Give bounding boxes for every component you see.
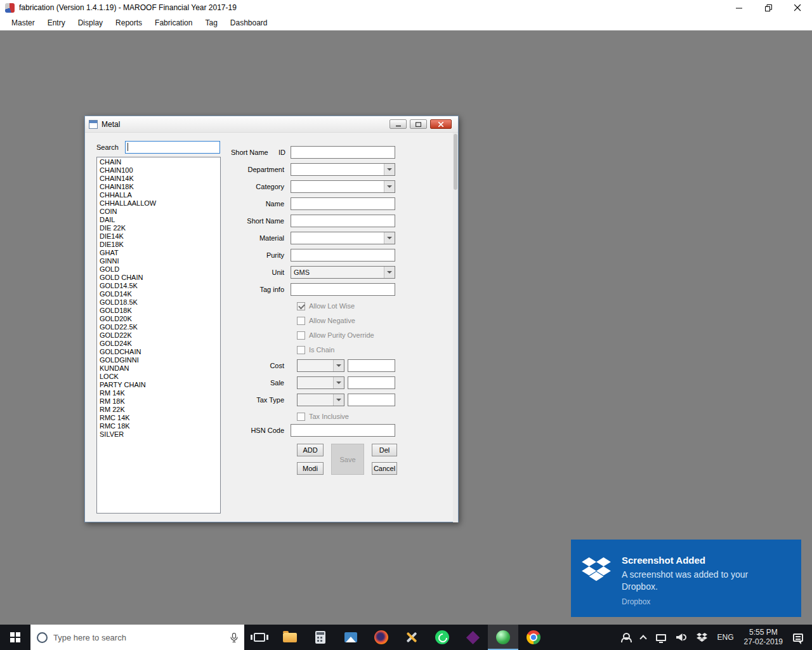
microphone-icon[interactable]: [230, 633, 238, 642]
list-item[interactable]: CHHALLAALLOW: [98, 199, 220, 208]
del-button[interactable]: Del: [372, 444, 397, 456]
list-item[interactable]: DIE14K: [98, 232, 220, 241]
department-dropdown[interactable]: [291, 163, 395, 176]
list-item[interactable]: DIE18K: [98, 241, 220, 249]
menu-item[interactable]: Master: [5, 17, 41, 29]
action-center-button[interactable]: [788, 625, 812, 650]
list-item[interactable]: LOCK: [98, 373, 220, 381]
taskbar-app-button[interactable]: [457, 625, 488, 650]
list-item[interactable]: RM 22K: [98, 406, 220, 414]
hsn-code-field[interactable]: [291, 424, 395, 437]
sale-type-dropdown[interactable]: [297, 376, 344, 389]
start-button[interactable]: [0, 625, 30, 650]
list-item[interactable]: GINNI: [98, 257, 220, 265]
dropbox-notification[interactable]: Screenshot Added A screenshot was added …: [571, 540, 801, 617]
list-item[interactable]: CHHALLA: [98, 191, 220, 199]
list-item[interactable]: PARTY CHAIN: [98, 381, 220, 389]
list-item[interactable]: KUNDAN: [98, 364, 220, 373]
minimize-button[interactable]: [724, 0, 754, 15]
tag-info-field[interactable]: [291, 283, 395, 296]
taskbar-app-button[interactable]: [427, 625, 457, 650]
modi-button[interactable]: Modi: [297, 462, 324, 475]
list-item[interactable]: GOLD CHAIN: [98, 274, 220, 282]
dialog-titlebar[interactable]: Metal: [85, 116, 458, 133]
cost-type-dropdown[interactable]: [297, 359, 344, 372]
taskbar-app-button[interactable]: [518, 625, 549, 650]
taskbar-app-button[interactable]: [275, 625, 305, 650]
tax-type-dropdown[interactable]: [297, 394, 344, 406]
purity-field[interactable]: [291, 249, 395, 262]
list-item[interactable]: GOLD18K: [98, 307, 220, 315]
tax-inclusive-checkbox[interactable]: [297, 413, 305, 421]
chevron-down-icon[interactable]: [384, 232, 395, 244]
list-item[interactable]: GOLD24K: [98, 340, 220, 348]
list-item[interactable]: CHAIN14K: [98, 175, 220, 183]
menu-item[interactable]: Display: [72, 17, 109, 29]
list-item[interactable]: GOLD: [98, 265, 220, 274]
checkbox[interactable]: [297, 317, 305, 325]
save-button[interactable]: Save: [331, 444, 364, 475]
list-item[interactable]: GOLD22K: [98, 331, 220, 340]
dialog-close-button[interactable]: [430, 119, 452, 129]
chevron-down-icon[interactable]: [333, 394, 344, 406]
taskbar-app-button[interactable]: [488, 625, 518, 650]
list-item[interactable]: RM 14K: [98, 389, 220, 397]
taskbar-app-button[interactable]: [305, 625, 336, 650]
taskbar-app-button[interactable]: [244, 625, 275, 650]
taskbar-app-button[interactable]: [396, 625, 427, 650]
list-item[interactable]: GOLD14K: [98, 290, 220, 298]
menu-item[interactable]: Entry: [41, 17, 72, 29]
list-item[interactable]: RMC 14K: [98, 414, 220, 422]
name-field[interactable]: [291, 197, 395, 210]
dialog-scrollbar[interactable]: [453, 133, 458, 522]
cost-field[interactable]: [348, 359, 395, 372]
list-item[interactable]: GOLD22.5K: [98, 323, 220, 331]
chevron-down-icon[interactable]: [384, 164, 395, 175]
scrollbar-thumb[interactable]: [454, 134, 457, 190]
taskbar-app-button[interactable]: [336, 625, 366, 650]
category-dropdown[interactable]: [291, 180, 395, 193]
chevron-down-icon[interactable]: [384, 267, 395, 278]
list-item[interactable]: SILVER: [98, 430, 220, 439]
list-item[interactable]: GOLD14.5K: [98, 282, 220, 290]
menu-item[interactable]: Reports: [109, 17, 148, 29]
chevron-down-icon[interactable]: [333, 360, 344, 371]
metal-list[interactable]: CHAIN CHAIN100 CHAIN14K CHAIN18K CHHALLA…: [96, 157, 221, 514]
list-item[interactable]: CHAIN100: [98, 166, 220, 175]
list-item[interactable]: GHAT: [98, 249, 220, 257]
chevron-down-icon[interactable]: [333, 377, 344, 388]
taskbar-search-input[interactable]: [53, 633, 225, 642]
list-item[interactable]: CHAIN: [98, 158, 220, 166]
checkbox[interactable]: [297, 346, 305, 354]
sale-field[interactable]: [348, 376, 395, 389]
restore-button[interactable]: [754, 0, 783, 15]
close-button[interactable]: [783, 0, 812, 15]
dropbox-tray-button[interactable]: [691, 625, 712, 650]
unit-dropdown[interactable]: GMS: [291, 266, 395, 279]
checkbox[interactable]: [297, 331, 305, 340]
menu-item[interactable]: Tag: [199, 17, 223, 29]
people-button[interactable]: [615, 625, 636, 650]
list-item[interactable]: COIN: [98, 208, 220, 216]
checkbox[interactable]: [297, 302, 305, 310]
tax-rate-field[interactable]: [348, 394, 395, 406]
short-name-field[interactable]: [291, 215, 395, 227]
list-item[interactable]: RM 18K: [98, 397, 220, 406]
id-field[interactable]: [291, 146, 395, 159]
dialog-maximize-button[interactable]: [410, 119, 427, 129]
list-item[interactable]: DIE 22K: [98, 224, 220, 232]
search-input[interactable]: [125, 141, 220, 154]
list-item[interactable]: GOLDGINNI: [98, 356, 220, 364]
list-item[interactable]: DAIL: [98, 216, 220, 224]
list-item[interactable]: GOLD18.5K: [98, 298, 220, 307]
list-item[interactable]: CHAIN18K: [98, 183, 220, 191]
menu-item[interactable]: Dashboard: [224, 17, 274, 29]
taskbar-app-button[interactable]: [366, 625, 396, 650]
show-hidden-icons-button[interactable]: [636, 625, 651, 650]
taskbar-search[interactable]: [30, 625, 244, 650]
menu-item[interactable]: Fabrication: [148, 17, 199, 29]
chevron-down-icon[interactable]: [384, 181, 395, 192]
language-indicator[interactable]: ENG: [712, 625, 739, 650]
material-dropdown[interactable]: [291, 232, 395, 244]
list-item[interactable]: GOLD20K: [98, 315, 220, 323]
